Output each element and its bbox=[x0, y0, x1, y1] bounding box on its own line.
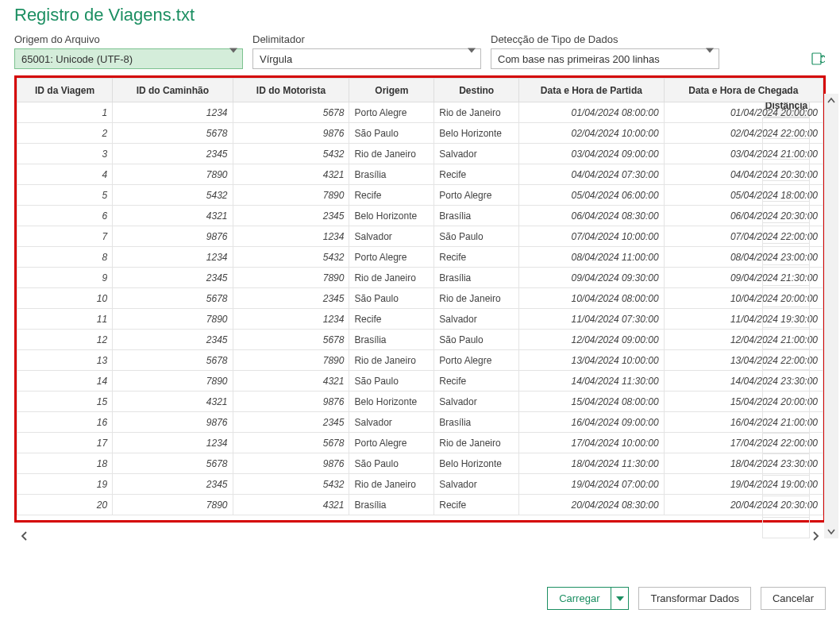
table-cell[interactable]: Brasília bbox=[349, 164, 434, 185]
table-cell[interactable]: 5678 bbox=[233, 330, 349, 350]
table-cell[interactable]: Recife bbox=[349, 309, 434, 330]
table-cell[interactable]: Recife bbox=[434, 495, 519, 515]
table-cell[interactable]: 13 bbox=[17, 350, 113, 371]
refresh-icon[interactable] bbox=[810, 51, 826, 67]
table-cell[interactable]: 7890 bbox=[113, 164, 233, 185]
cancel-button[interactable]: Cancelar bbox=[761, 587, 826, 610]
table-cell[interactable]: 12 bbox=[17, 330, 113, 350]
table-cell[interactable]: 10 bbox=[17, 288, 113, 309]
transform-data-button[interactable]: Transformar Dados bbox=[638, 587, 751, 610]
table-row[interactable]: 1178901234RecifeSalvador11/04/2024 07:30… bbox=[17, 309, 823, 330]
table-cell[interactable]: 5432 bbox=[233, 474, 349, 495]
table-cell[interactable]: São Paulo bbox=[349, 123, 434, 144]
table-cell[interactable]: 16 bbox=[17, 412, 113, 433]
table-cell[interactable] bbox=[762, 181, 810, 202]
table-row[interactable]: 256789876São PauloBelo Horizonte02/04/20… bbox=[17, 123, 823, 144]
table-cell[interactable]: Porto Alegre bbox=[349, 433, 434, 453]
table-row[interactable]: 1712345678Porto AlegreRio de Janeiro17/0… bbox=[17, 433, 823, 453]
scroll-up-icon[interactable] bbox=[824, 94, 838, 108]
table-cell[interactable]: 07/04/2024 10:00:00 bbox=[519, 226, 665, 247]
table-cell[interactable]: 08/04/2024 11:00:00 bbox=[519, 247, 665, 268]
table-cell[interactable]: 11 bbox=[17, 309, 113, 330]
horizontal-scroll-track[interactable] bbox=[33, 532, 807, 540]
table-cell[interactable]: 18 bbox=[17, 453, 113, 474]
table-row[interactable]: 812345432Porto AlegreRecife08/04/2024 11… bbox=[17, 247, 823, 268]
table-cell[interactable]: 4321 bbox=[233, 495, 349, 515]
table-cell[interactable]: Brasília bbox=[434, 412, 519, 433]
table-cell[interactable] bbox=[762, 454, 810, 476]
table-cell[interactable] bbox=[762, 370, 810, 392]
table-row[interactable]: 1543219876Belo HorizonteSalvador15/04/20… bbox=[17, 392, 823, 412]
table-cell[interactable]: 1234 bbox=[113, 102, 233, 123]
table-cell[interactable]: 11/04/2024 07:30:00 bbox=[519, 309, 665, 330]
table-cell[interactable]: 7890 bbox=[113, 371, 233, 392]
table-cell[interactable]: 2345 bbox=[113, 474, 233, 495]
table-cell[interactable] bbox=[762, 476, 810, 497]
table-cell[interactable]: 5678 bbox=[113, 453, 233, 474]
table-cell[interactable]: 12/04/2024 09:00:00 bbox=[519, 330, 665, 350]
table-cell[interactable]: Rio de Janeiro bbox=[349, 268, 434, 288]
load-button-dropdown[interactable] bbox=[611, 587, 629, 610]
table-cell[interactable]: Recife bbox=[434, 247, 519, 268]
table-row[interactable]: 798761234SalvadorSão Paulo07/04/2024 10:… bbox=[17, 226, 823, 247]
table-cell[interactable]: 7890 bbox=[233, 350, 349, 371]
table-cell[interactable]: 20/04/2024 08:30:00 bbox=[519, 495, 665, 515]
column-header-origin[interactable]: Origem bbox=[349, 79, 434, 102]
table-cell[interactable]: 5678 bbox=[113, 288, 233, 309]
table-cell[interactable] bbox=[762, 160, 810, 181]
table-cell[interactable]: Brasília bbox=[434, 206, 519, 226]
table-cell[interactable]: 10/04/2024 08:00:00 bbox=[519, 288, 665, 309]
load-button[interactable]: Carregar bbox=[547, 587, 611, 610]
table-cell[interactable]: 9876 bbox=[233, 123, 349, 144]
table-cell[interactable]: 19/04/2024 07:00:00 bbox=[519, 474, 665, 495]
table-cell[interactable]: Belo Horizonte bbox=[349, 206, 434, 226]
horizontal-scrollbar[interactable] bbox=[14, 527, 826, 545]
table-cell[interactable] bbox=[762, 202, 810, 223]
table-cell[interactable] bbox=[762, 496, 810, 518]
table-cell[interactable]: Salvador bbox=[434, 392, 519, 412]
table-cell[interactable]: São Paulo bbox=[349, 371, 434, 392]
table-cell[interactable]: 2345 bbox=[113, 144, 233, 164]
table-row[interactable]: 1856789876São PauloBelo Horizonte18/04/2… bbox=[17, 453, 823, 474]
table-cell[interactable]: Brasília bbox=[349, 330, 434, 350]
column-header-id[interactable]: ID da Viagem bbox=[17, 79, 113, 102]
table-cell[interactable] bbox=[762, 118, 810, 139]
table-cell[interactable]: Recife bbox=[349, 185, 434, 206]
table-cell[interactable]: 7890 bbox=[113, 309, 233, 330]
table-cell[interactable]: Salvador bbox=[434, 309, 519, 330]
table-row[interactable]: 1478904321São PauloRecife14/04/2024 11:3… bbox=[17, 371, 823, 392]
table-cell[interactable]: 6 bbox=[17, 206, 113, 226]
table-cell[interactable]: 2 bbox=[17, 123, 113, 144]
table-row[interactable]: 1356787890Rio de JaneiroPorto Alegre13/0… bbox=[17, 350, 823, 371]
table-cell[interactable]: 5 bbox=[17, 185, 113, 206]
table-cell[interactable] bbox=[762, 328, 810, 349]
table-cell[interactable]: 1234 bbox=[233, 309, 349, 330]
table-row[interactable]: 2078904321BrasíliaRecife20/04/2024 08:30… bbox=[17, 495, 823, 515]
table-row[interactable]: 923457890Rio de JaneiroBrasília09/04/202… bbox=[17, 268, 823, 288]
table-cell[interactable]: Brasília bbox=[434, 268, 519, 288]
table-cell[interactable] bbox=[762, 412, 810, 434]
table-cell[interactable]: 9 bbox=[17, 268, 113, 288]
table-cell[interactable]: Salvador bbox=[349, 412, 434, 433]
table-row[interactable]: 112345678Porto AlegreRio de Janeiro01/04… bbox=[17, 102, 823, 123]
table-cell[interactable]: 17 bbox=[17, 433, 113, 453]
table-row[interactable]: 1923455432Rio de JaneiroSalvador19/04/20… bbox=[17, 474, 823, 495]
detection-select[interactable]: Com base nas primeiras 200 linhas bbox=[491, 48, 719, 69]
table-cell[interactable] bbox=[762, 244, 810, 265]
table-cell[interactable] bbox=[762, 434, 810, 455]
table-cell[interactable] bbox=[762, 265, 810, 287]
table-cell[interactable]: 19 bbox=[17, 474, 113, 495]
table-cell[interactable]: Rio de Janeiro bbox=[349, 350, 434, 371]
table-cell[interactable]: 2345 bbox=[233, 412, 349, 433]
table-row[interactable]: 554327890RecifePorto Alegre05/04/2024 06… bbox=[17, 185, 823, 206]
table-cell[interactable]: 2345 bbox=[233, 288, 349, 309]
table-cell[interactable]: 06/04/2024 08:30:00 bbox=[519, 206, 665, 226]
table-cell[interactable]: 1234 bbox=[113, 433, 233, 453]
table-row[interactable]: 1056782345São PauloRio de Janeiro10/04/2… bbox=[17, 288, 823, 309]
table-cell[interactable]: 7890 bbox=[113, 495, 233, 515]
table-cell[interactable]: 04/04/2024 07:30:00 bbox=[519, 164, 665, 185]
table-cell[interactable]: 5432 bbox=[233, 144, 349, 164]
table-cell[interactable]: São Paulo bbox=[349, 453, 434, 474]
table-cell[interactable]: 20 bbox=[17, 495, 113, 515]
table-cell[interactable]: 2345 bbox=[113, 268, 233, 288]
